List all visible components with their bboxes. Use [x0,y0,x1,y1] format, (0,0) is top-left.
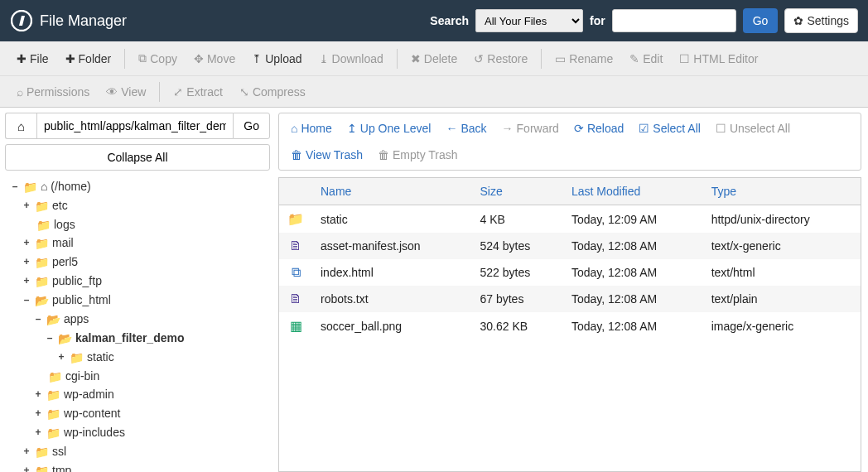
table-row[interactable]: 🗎asset-manifest.json524 bytesToday, 12:0… [279,233,861,259]
table-row[interactable]: 📁static4 KBToday, 12:09 AMhttpd/unix-dir… [279,205,861,234]
extract-button[interactable]: ⤢Extract [165,82,231,102]
home-button[interactable]: ⌂ [5,113,36,139]
tree-node-mail[interactable]: +📁mail [10,234,270,253]
tree-node-public-ftp[interactable]: +📁public_ftp [10,272,270,291]
rename-button[interactable]: ▭Rename [547,49,621,69]
tree-node-etc[interactable]: +📁etc [10,196,270,215]
tree-node-kalman[interactable]: –📂kalman_filter_demo [10,329,270,348]
path-go-button[interactable]: Go [233,113,270,139]
plus-icon: ✚ [17,52,27,65]
new-file-button[interactable]: ✚File [8,49,57,69]
collapse-icon[interactable]: – [33,310,43,328]
expand-icon[interactable]: + [22,442,31,460]
download-button[interactable]: ⤓Download [311,49,392,69]
img-icon: ▦ [290,319,302,333]
expand-icon[interactable]: + [22,234,31,252]
tree-label: (/home) [51,180,90,193]
permissions-button[interactable]: ⌕Permissions [8,82,98,102]
file-modified: Today, 12:08 AM [563,233,703,259]
settings-button[interactable]: ✿ Settings [784,8,858,33]
search-scope-select[interactable]: All Your Files [475,9,583,32]
tree-node-wp-includes[interactable]: +📁wp-includes [10,423,270,442]
view-trash-button[interactable]: 🗑View Trash [284,143,369,166]
tree-node-wp-content[interactable]: +📁wp-content [10,404,270,423]
collapse-icon[interactable]: – [22,291,31,309]
edit-button[interactable]: ✎Edit [621,49,671,69]
unselect-all-button[interactable]: ☐Unselect All [709,117,797,140]
col-modified[interactable]: Last Modified [563,178,703,205]
sidebar: ⌂ Go Collapse All –📁⌂ (/home) +📁etc 📁log… [0,108,275,472]
tree-label: wp-admin [64,388,114,401]
expand-icon[interactable]: + [22,196,31,214]
file-size: 67 bytes [471,286,562,312]
nav-up-button[interactable]: ↥Up One Level [340,117,438,140]
reload-button[interactable]: ⟳Reload [567,117,630,140]
tree-node-perl5[interactable]: +📁perl5 [10,253,270,272]
tree-node-home[interactable]: –📁⌂ (/home) [10,177,270,196]
table-row[interactable]: ▦soccer_ball.png30.62 KBToday, 12:08 AMi… [279,312,861,340]
empty-trash-button[interactable]: 🗑Empty Trash [371,143,465,166]
expand-icon[interactable]: + [33,385,43,403]
uncheck-icon: ☐ [716,122,726,135]
file-size: 4 KB [471,205,562,234]
tree-node-static[interactable]: +📁static [10,348,270,367]
col-size[interactable]: Size [471,178,562,205]
expand-icon[interactable]: + [33,404,43,422]
folder-open-icon: 📂 [35,294,49,307]
select-all-button[interactable]: ☑Select All [632,117,707,140]
tree-node-wp-admin[interactable]: +📁wp-admin [10,385,270,404]
expand-icon[interactable]: + [33,423,43,441]
collapse-icon[interactable]: – [10,177,20,195]
search-go-button[interactable]: Go [743,8,779,33]
html-editor-button[interactable]: ☐HTML Editor [671,49,766,69]
delete-button[interactable]: ✖Delete [403,49,465,69]
collapse-all-button[interactable]: Collapse All [5,144,270,171]
collapse-icon[interactable]: – [45,329,55,347]
tree-node-public-html[interactable]: –📂public_html [10,291,270,310]
tree-node-cgi-bin[interactable]: 📁cgi-bin [10,367,270,385]
file-table: Name Size Last Modified Type 📁static4 KB… [279,178,861,340]
move-button[interactable]: ✥Move [186,49,244,69]
expand-icon[interactable]: + [22,461,31,472]
table-row[interactable]: 🗎robots.txt67 bytesToday, 12:08 AMtext/p… [279,286,861,312]
copy-button[interactable]: ⧉Copy [130,48,186,69]
expand-icon[interactable]: + [22,272,31,290]
nav-home-button[interactable]: ⌂Home [284,117,339,140]
folder-icon: 📁 [35,275,49,288]
empty-trash-label: Empty Trash [393,148,458,161]
folder-icon: 📁 [35,200,49,213]
expand-icon[interactable]: + [22,253,31,271]
tree-node-apps[interactable]: –📂apps [10,310,270,329]
file-size: 522 bytes [471,259,562,286]
file-icon: 🗎 [289,238,302,253]
eye-icon: 👁 [106,85,118,99]
main-toolbar: ✚File ✚Folder ⧉Copy ✥Move ⤒Upload ⤓Downl… [0,41,868,76]
content-toolbar: ⌂Home ↥Up One Level ←Back →Forward ⟳Relo… [278,113,861,171]
tree-node-tmp[interactable]: +📁tmp [10,461,270,472]
folder-icon: 📁 [35,256,49,269]
nav-forward-button[interactable]: →Forward [495,117,566,140]
compress-label: Compress [253,85,306,99]
folder-open-icon: 📂 [58,332,72,345]
col-icon[interactable] [279,178,312,205]
restore-button[interactable]: ↺Restore [465,49,536,69]
file-modified: Today, 12:08 AM [563,286,703,312]
col-name[interactable]: Name [312,178,471,205]
folder-tree: –📁⌂ (/home) +📁etc 📁logs +📁mail +📁perl5 +… [5,177,270,472]
separator [541,49,542,69]
expand-icon[interactable]: + [56,348,66,366]
view-button[interactable]: 👁View [98,82,154,102]
nav-back-button[interactable]: ←Back [439,117,493,140]
path-input[interactable] [36,113,233,139]
tree-node-logs[interactable]: 📁logs [10,215,270,234]
folder-icon: 📁 [46,426,60,440]
reload-label: Reload [587,122,624,135]
compress-button[interactable]: ⤡Compress [231,82,314,102]
upload-button[interactable]: ⤒Upload [244,49,310,69]
table-row[interactable]: ⧉index.html522 bytesToday, 12:08 AMtext/… [279,259,861,286]
file-modified: Today, 12:09 AM [563,205,703,234]
tree-node-ssl[interactable]: +📁ssl [10,442,270,461]
new-folder-button[interactable]: ✚Folder [57,49,120,69]
search-input[interactable] [612,9,736,32]
col-type[interactable]: Type [703,178,861,205]
